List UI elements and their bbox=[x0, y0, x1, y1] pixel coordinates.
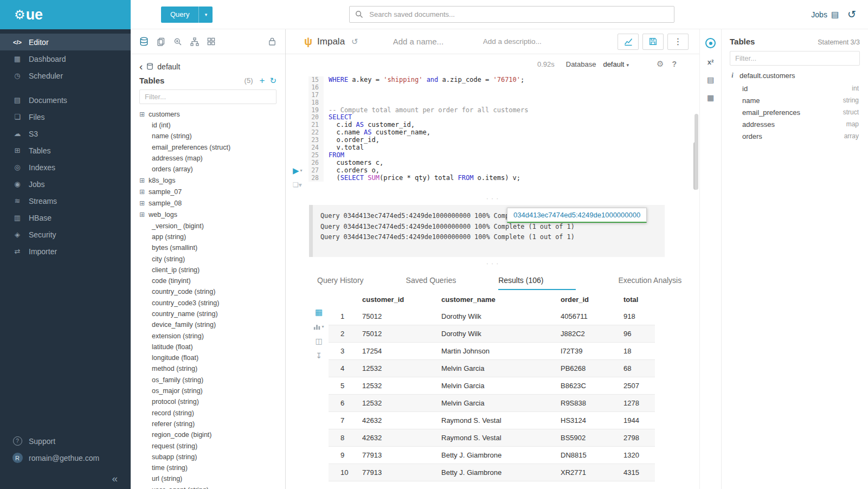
search-input[interactable] bbox=[349, 6, 674, 23]
code-line[interactable]: 24 v.total bbox=[308, 144, 699, 152]
save-button[interactable] bbox=[642, 34, 664, 50]
sidebar-item-jobs[interactable]: ◉Jobs bbox=[0, 176, 131, 192]
table-row[interactable]: 275012Dorothy WilkJ882C296 bbox=[329, 325, 655, 343]
results-column-total[interactable]: total bbox=[620, 291, 655, 308]
sidebar-collapse-button[interactable]: « bbox=[0, 466, 131, 485]
chart-view-caret[interactable]: ▾ bbox=[322, 325, 324, 329]
database-name[interactable]: default bbox=[157, 62, 180, 71]
language-docs-icon[interactable]: ▤ bbox=[707, 76, 714, 83]
assist-column[interactable]: os_family (string) bbox=[131, 375, 285, 385]
execute-button[interactable]: ▶▾ bbox=[293, 166, 303, 175]
column-item-email-preferences[interactable]: email_preferencesstruct bbox=[730, 106, 860, 118]
code-line[interactable]: 20SELECT bbox=[308, 114, 699, 121]
assist-column[interactable]: method (string) bbox=[131, 363, 285, 374]
assist-column[interactable]: request (string) bbox=[131, 440, 285, 451]
table-row[interactable]: 977913Betty J. GiambroneDN88151320 bbox=[329, 447, 655, 464]
assist-column[interactable]: latitude (float) bbox=[131, 342, 285, 352]
assist-column[interactable]: app (string) bbox=[131, 231, 285, 242]
code-line[interactable]: 18 bbox=[308, 99, 699, 107]
assist-column[interactable]: url (string) bbox=[131, 473, 285, 484]
assist-column[interactable]: city (string) bbox=[131, 253, 285, 264]
column-item-name[interactable]: namestring bbox=[730, 94, 860, 106]
code-line[interactable]: 17 bbox=[308, 92, 699, 99]
query-id-tooltip[interactable]: 034d413ec7474ed5:4249de1000000000 bbox=[507, 208, 647, 223]
execute-options-caret[interactable]: ▾ bbox=[300, 169, 303, 173]
assist-column[interactable]: user_agent (string) bbox=[131, 485, 285, 489]
code-line[interactable]: 21 c.id AS customer_id, bbox=[308, 121, 699, 129]
sidebar-item-security[interactable]: ◈Security bbox=[0, 226, 131, 243]
assist-column[interactable]: code (tinyint) bbox=[131, 275, 285, 286]
code-line[interactable]: 16 bbox=[308, 84, 699, 92]
assist-column[interactable]: protocol (string) bbox=[131, 396, 285, 407]
assist-column[interactable]: email_preferences (struct) bbox=[131, 142, 285, 153]
assist-column[interactable]: client_ip (string) bbox=[131, 265, 285, 275]
sidebar-item-s3[interactable]: ☁S3 bbox=[0, 125, 131, 142]
assist-table-sample-07[interactable]: ⊞sample_07 bbox=[131, 186, 285, 197]
sidebar-item-importer[interactable]: ⇄Importer bbox=[0, 243, 131, 260]
sidebar-item-streams[interactable]: ≋Streams bbox=[0, 192, 131, 209]
assist-table-k8s-logs[interactable]: ⊞k8s_logs bbox=[131, 175, 285, 186]
query-dropdown-caret[interactable]: ▾ bbox=[198, 7, 213, 23]
results-column-customer-id[interactable]: customer_id bbox=[359, 291, 438, 308]
sidebar-item-indexes[interactable]: ◎Indexes bbox=[0, 159, 131, 176]
assist-column[interactable]: country_code (string) bbox=[131, 286, 285, 297]
grid-view-icon[interactable]: ▦ bbox=[315, 308, 323, 316]
support-link[interactable]: ? Support bbox=[0, 433, 131, 449]
sidebar-item-scheduler[interactable]: ◷Scheduler bbox=[0, 67, 131, 84]
sitemap-icon[interactable] bbox=[190, 37, 199, 46]
sidebar-item-documents[interactable]: ▤Documents bbox=[0, 92, 131, 108]
assist-column[interactable]: subapp (string) bbox=[131, 452, 285, 462]
assist-column[interactable]: addresses (map) bbox=[131, 153, 285, 164]
editor-menu-button[interactable]: ⋮ bbox=[667, 34, 689, 50]
sidebar-item-tables[interactable]: ⊞Tables bbox=[0, 142, 131, 159]
editor-history-icon[interactable]: ↺ bbox=[351, 37, 358, 46]
query-history-icon[interactable]: ↺ bbox=[847, 9, 856, 20]
sidebar-item-files[interactable]: ❏Files bbox=[0, 108, 131, 125]
chart-button[interactable] bbox=[618, 34, 639, 50]
table-row[interactable]: 842632Raymond S. VestalBS59022798 bbox=[329, 429, 655, 447]
table-row[interactable]: 612532Melvin GarciaR9S8381278 bbox=[329, 395, 655, 412]
table-row[interactable]: 317254Martin JohnsonI72T3918 bbox=[329, 343, 655, 360]
editor-help-icon[interactable]: ? bbox=[672, 60, 677, 68]
assist-column[interactable]: referer (string) bbox=[131, 419, 285, 429]
assist-column[interactable]: _version_ (bigint) bbox=[131, 220, 285, 231]
download-results-icon[interactable]: ↧ bbox=[316, 352, 322, 359]
code-line[interactable]: 25FROM bbox=[308, 152, 699, 159]
sidebar-item-editor[interactable]: </>Editor bbox=[0, 34, 131, 50]
zoom-search-icon[interactable] bbox=[173, 37, 182, 46]
tab-query-history[interactable]: Query History bbox=[317, 271, 364, 290]
apps-grid-icon[interactable] bbox=[207, 37, 215, 46]
add-table-icon[interactable]: + bbox=[259, 76, 265, 85]
hue-logo[interactable]: ⚙ue bbox=[0, 0, 131, 29]
schedule-icon[interactable]: ▦ bbox=[707, 94, 714, 101]
assist-column[interactable]: record (string) bbox=[131, 408, 285, 419]
assist-column[interactable]: device_family (string) bbox=[131, 319, 285, 330]
code-line[interactable]: 27 c.orders o, bbox=[308, 167, 699, 175]
jobs-link[interactable]: Jobs ▤ bbox=[811, 10, 839, 20]
user-account[interactable]: R romain@gethue.com bbox=[0, 449, 131, 466]
database-select[interactable]: default▾ bbox=[603, 60, 629, 68]
code-editor[interactable]: ▶▾ ❏▾ 15WHERE a.key = 'shipping' and a.z… bbox=[286, 74, 699, 192]
query-description-input[interactable] bbox=[482, 37, 571, 46]
results-column-customer-name[interactable]: customer_name bbox=[438, 291, 557, 308]
sidebar-item-dashboard[interactable]: ▦Dashboard bbox=[0, 50, 131, 67]
documents-source-icon[interactable] bbox=[157, 37, 165, 46]
code-line[interactable]: 19-- Compute total amount per order for … bbox=[308, 107, 699, 114]
resize-handle-top[interactable] bbox=[286, 192, 699, 205]
code-line[interactable]: 22 c.name AS customer_name, bbox=[308, 129, 699, 137]
assist-column[interactable]: region_code (bigint) bbox=[131, 429, 285, 440]
tab-saved-queries[interactable]: Saved Queries bbox=[406, 271, 456, 290]
assist-column[interactable]: bytes (smallint) bbox=[131, 242, 285, 253]
table-row[interactable]: 175012Dorothy Wilk4056711918 bbox=[329, 308, 655, 325]
assist-column[interactable]: country_name (string) bbox=[131, 308, 285, 319]
main-scrollbar[interactable] bbox=[695, 114, 698, 190]
assist-column[interactable]: orders (array) bbox=[131, 164, 285, 175]
table-row[interactable]: 742632Raymond S. VestalHS31241944 bbox=[329, 412, 655, 429]
query-button[interactable]: Query bbox=[161, 7, 198, 23]
code-line[interactable]: 26 customers c, bbox=[308, 159, 699, 167]
right-panel-filter-input[interactable] bbox=[730, 51, 860, 66]
assist-table-web-logs[interactable]: ⊞web_logs bbox=[131, 209, 285, 220]
presentation-mode-icon[interactable]: ❏▾ bbox=[293, 182, 302, 188]
table-row[interactable]: 1077913Betty J. GiambroneXR27714315 bbox=[329, 464, 655, 481]
column-item-addresses[interactable]: addressesmap bbox=[730, 118, 860, 130]
